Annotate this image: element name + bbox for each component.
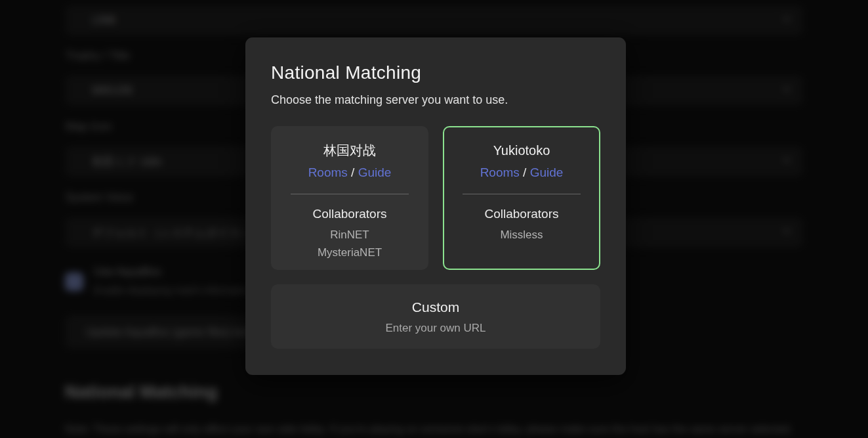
guide-link[interactable]: Guide — [530, 165, 564, 179]
modal-subtitle: Choose the matching server you want to u… — [271, 93, 600, 108]
link-separator: / — [523, 165, 526, 179]
collaborators-heading: Collaborators — [444, 206, 599, 221]
server-card-linguo[interactable]: 林国对战 Rooms / Guide Collaborators RinNET … — [271, 126, 428, 270]
server-links: Rooms / Guide — [444, 165, 599, 181]
server-card-yukiotoko[interactable]: Yukiotoko Rooms / Guide Collaborators Mi… — [443, 126, 600, 270]
custom-server-card[interactable]: Custom Enter your own URL — [271, 284, 600, 349]
national-matching-modal: National Matching Choose the matching se… — [245, 37, 626, 375]
collaborator-item: RinNET — [272, 226, 427, 244]
link-separator: / — [351, 165, 354, 179]
collaborators-heading: Collaborators — [272, 206, 427, 221]
app-window: LINK Trophy / Title MIKU39 Map Icon 初音ミク… — [0, 0, 868, 438]
collaborator-item: Missless — [444, 226, 599, 244]
custom-title: Custom — [271, 299, 600, 316]
collaborators-list: RinNET MysteriaNET — [272, 226, 427, 261]
modal-title: National Matching — [271, 61, 600, 84]
rooms-link[interactable]: Rooms — [480, 165, 520, 179]
collaborator-item: MysteriaNET — [272, 244, 427, 261]
guide-link[interactable]: Guide — [358, 165, 392, 179]
rooms-link[interactable]: Rooms — [308, 165, 348, 179]
custom-subtitle: Enter your own URL — [271, 321, 600, 335]
server-name: 林国对战 — [272, 142, 427, 159]
server-name: Yukiotoko — [444, 142, 599, 159]
collaborators-list: Missless — [444, 226, 599, 244]
server-links: Rooms / Guide — [272, 165, 427, 181]
server-cards-row: 林国对战 Rooms / Guide Collaborators RinNET … — [271, 126, 600, 270]
card-divider — [463, 194, 581, 194]
card-divider — [291, 194, 409, 194]
